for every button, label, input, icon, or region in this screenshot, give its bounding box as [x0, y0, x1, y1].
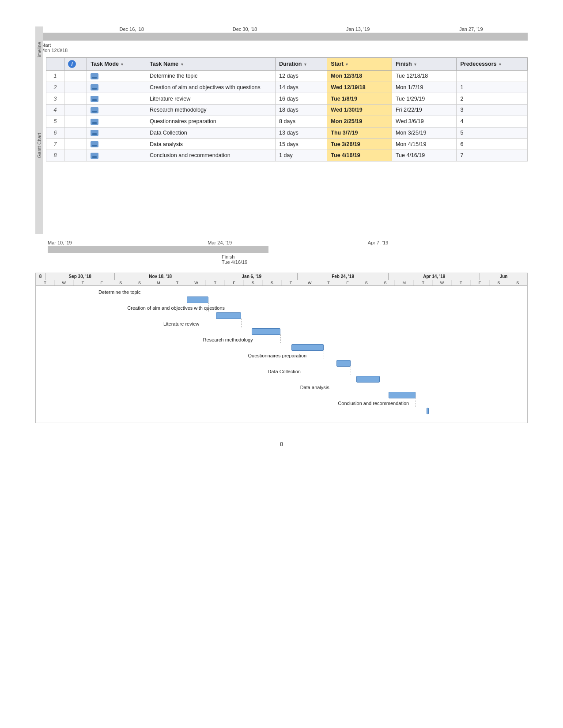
table-cell-finish: Mon 1/7/19	[392, 82, 457, 93]
gantt-bar	[389, 392, 416, 398]
bottom-date-3: Apr 7, '19	[368, 240, 528, 245]
table-cell-info	[64, 93, 87, 105]
task-mode-icon	[91, 119, 98, 125]
gantt-task-label: Research methodology	[203, 337, 253, 342]
table-cell-finish: Tue 12/18/18	[392, 71, 457, 82]
table-cell-mode	[87, 93, 146, 105]
col-rownum	[46, 58, 64, 71]
day-cell: T	[168, 280, 187, 285]
table-cell-start: Tue 3/26/19	[327, 139, 392, 150]
finish-filter[interactable]: ▾	[414, 62, 416, 67]
vg-date-h-5: Apr 14, '19	[389, 273, 480, 280]
table-cell-mode	[87, 139, 146, 150]
vg-date-h-1: Sep 30, '18	[45, 273, 115, 280]
table-cell-mode	[87, 71, 146, 82]
day-cell: F	[225, 280, 244, 285]
table-cell-start: Mon 2/25/19	[327, 116, 392, 127]
day-cell: S	[263, 280, 282, 285]
bottom-timeline: Mar 10, '19 Mar 24, '19 Apr 7, '19 Finis…	[45, 240, 528, 265]
table-cell-duration: 14 days	[276, 82, 327, 93]
gantt-task-label: Conclusion and recommendation	[338, 401, 409, 406]
table-cell-start: Tue 4/16/19	[327, 150, 392, 161]
gantt-task-label: Data analysis	[300, 385, 329, 390]
table-cell-info	[64, 139, 87, 150]
gantt-task-label: Determine the topic	[98, 289, 140, 295]
table-cell-taskname: Determine the topic	[146, 71, 275, 82]
gantt-task-label: Data Collection	[268, 369, 301, 374]
timeline-start: Start Mon 12/3/18	[40, 42, 528, 53]
table-cell-finish: Tue 4/16/19	[392, 150, 457, 161]
day-cell: W	[300, 280, 319, 285]
table-cell-finish: Mon 3/25/19	[392, 127, 457, 139]
table-row: 8	[46, 150, 64, 161]
gantt-bar	[336, 360, 351, 367]
gantt-connector	[241, 319, 242, 327]
table-row: 6	[46, 127, 64, 139]
day-cell: T	[319, 280, 338, 285]
timeline-date-2: Dec 30, '18	[188, 26, 301, 32]
task-name-filter[interactable]: ▾	[181, 62, 183, 67]
col-task-name: Task Name ▾	[146, 58, 275, 71]
day-cell: S	[376, 280, 395, 285]
table-row: 5	[46, 116, 64, 127]
gantt-connector	[351, 366, 351, 375]
table-cell-info	[64, 127, 87, 139]
day-cell: S	[490, 280, 509, 285]
vg-date-h-6: Jun	[480, 273, 527, 280]
table-row: 4	[46, 105, 64, 116]
vg-date-h-3: Jan 6, '19	[206, 273, 298, 280]
table-cell-predecessors: 5	[457, 127, 528, 139]
gantt-section: Gantt Chart i Task Mode ▾ Task Name ▾	[35, 57, 528, 234]
day-cell: S	[357, 280, 376, 285]
task-mode-icon	[91, 130, 98, 136]
col-duration: Duration ▾	[276, 58, 327, 71]
predecessors-filter[interactable]: ▾	[499, 62, 501, 67]
table-cell-start: Thu 3/7/19	[327, 127, 392, 139]
table-cell-taskname: Data Collection	[146, 127, 275, 139]
gantt-bar	[252, 328, 280, 335]
vg-date-h-2: Nov 18, '18	[115, 273, 206, 280]
day-cell: M	[149, 280, 168, 285]
gantt-chart-label: Gantt Chart	[35, 57, 43, 234]
table-cell-predecessors: 6	[457, 139, 528, 150]
table-cell-duration: 16 days	[276, 93, 327, 105]
table-row: 1	[46, 71, 64, 82]
gantt-bar	[356, 376, 380, 383]
finish-label: Finish Tue 4/16/19	[222, 254, 528, 265]
vg-date-h-0: 8	[36, 273, 45, 280]
table-cell-info	[64, 150, 87, 161]
table-row: 3	[46, 93, 64, 105]
table-cell-taskname: Conclusion and recommendation	[146, 150, 275, 161]
table-cell-taskname: Questionnaires preparation	[146, 116, 275, 127]
day-cell: T	[206, 280, 225, 285]
page-number: 8	[35, 441, 528, 447]
table-cell-mode	[87, 82, 146, 93]
bottom-date-2: Mar 24, '19	[208, 240, 367, 245]
gantt-connector	[416, 398, 416, 407]
gantt-bar	[216, 312, 241, 319]
table-cell-predecessors: 7	[457, 150, 528, 161]
timeline-section: Timeline Dec 16, '18 Dec 30, '18 Jan 13,…	[35, 26, 528, 53]
task-mode-filter[interactable]: ▾	[121, 62, 123, 67]
day-cell: T	[36, 280, 55, 285]
table-cell-predecessors: 3	[457, 105, 528, 116]
table-cell-finish: Tue 1/29/19	[392, 93, 457, 105]
duration-filter[interactable]: ▾	[304, 62, 306, 67]
table-cell-mode	[87, 105, 146, 116]
day-cell: W	[55, 280, 74, 285]
table-cell-duration: 8 days	[276, 116, 327, 127]
table-cell-predecessors: 1	[457, 82, 528, 93]
gantt-connector	[324, 350, 324, 359]
gantt-table: i Task Mode ▾ Task Name ▾ Duration ▾	[46, 57, 528, 161]
col-finish: Finish ▾	[392, 58, 457, 71]
gantt-task-label: Creation of aim and objectives with ques…	[127, 305, 225, 311]
day-cell: S	[111, 280, 130, 285]
table-row: 2	[46, 82, 64, 93]
day-cell: F	[338, 280, 357, 285]
table-cell-mode	[87, 150, 146, 161]
table-cell-info	[64, 116, 87, 127]
table-cell-info	[64, 105, 87, 116]
start-filter[interactable]: ▾	[346, 62, 348, 67]
table-cell-taskname: Data analysis	[146, 139, 275, 150]
gantt-chart-body: Determine the topicCreation of aim and o…	[36, 286, 527, 423]
